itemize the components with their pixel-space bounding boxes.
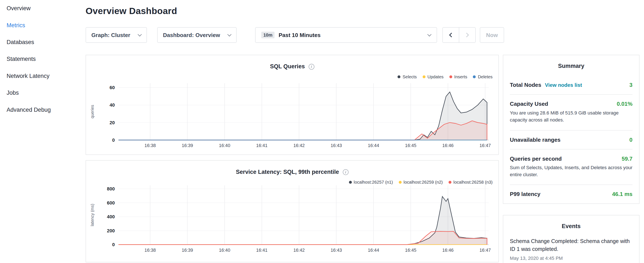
- x-tick-label: 16:42: [294, 248, 305, 253]
- y-tick-label: 60: [110, 85, 115, 90]
- summary-row: P99 latency46.1 ms: [510, 185, 632, 203]
- time-window-badge: 10m: [261, 32, 274, 38]
- info-icon[interactable]: [308, 64, 314, 70]
- time-range-dropdown[interactable]: 10m Past 10 Minutes: [255, 27, 437, 43]
- legend-label: Deletes: [478, 74, 492, 79]
- x-tick-label: 16:45: [405, 248, 416, 253]
- x-tick-label: 16:46: [442, 143, 454, 148]
- legend-dot: [398, 75, 400, 78]
- summary-rows: Total NodesView nodes list3Capacity Used…: [510, 76, 632, 203]
- summary-label: Total Nodes: [510, 82, 541, 88]
- dashboard-dropdown[interactable]: Dashboard: Overview: [157, 27, 237, 43]
- event-message: Schema Change Completed: Schema change w…: [510, 238, 632, 253]
- y-tick-label: 20: [110, 120, 115, 125]
- chart-title: Service Latency: SQL, 99th percentile: [236, 168, 339, 175]
- legend-dot: [449, 75, 452, 78]
- summary-description: You are using 28.6 MiB of 515.9 GiB usab…: [510, 110, 632, 124]
- summary-value: 0.01%: [617, 101, 632, 107]
- x-tick-label: 16:47: [480, 248, 491, 253]
- events-title: Events: [510, 215, 632, 236]
- graph-scope-label: Graph: Cluster: [92, 32, 130, 38]
- x-tick-label: 16:47: [480, 143, 491, 148]
- now-button[interactable]: Now: [480, 27, 504, 43]
- summary-value: 0: [629, 137, 632, 143]
- summary-row-header: Queries per second59.7: [510, 156, 632, 162]
- summary-description: Sum of Selects, Updates, Inserts, and De…: [510, 164, 632, 178]
- legend-label: Inserts: [454, 74, 467, 79]
- x-tick-label: 16:38: [144, 248, 156, 253]
- sidebar-item-advanced-debug[interactable]: Advanced Debug: [0, 101, 80, 118]
- y-tick-label: 0: [112, 137, 115, 143]
- service-latency-panel: Service Latency: SQL, 99th percentile lo…: [86, 160, 499, 262]
- y-tick-label: 600: [107, 200, 115, 205]
- x-tick-label: 16:40: [219, 143, 230, 148]
- info-icon[interactable]: [343, 169, 348, 175]
- summary-label: Capacity Used: [510, 101, 548, 107]
- time-range-next-button[interactable]: [459, 27, 476, 43]
- summary-row: Total NodesView nodes list3: [510, 76, 632, 95]
- legend-dot: [473, 75, 476, 78]
- sidebar-item-statements[interactable]: Statements: [0, 51, 80, 68]
- sidebar-item-databases[interactable]: Databases: [0, 34, 80, 51]
- y-tick-label: 200: [107, 228, 115, 233]
- summary-row-header: Total NodesView nodes list3: [510, 82, 632, 88]
- events-panel: Events Schema Change Completed: Schema c…: [503, 215, 640, 263]
- sidebar-item-jobs[interactable]: Jobs: [0, 85, 80, 101]
- x-tick-label: 16:42: [294, 143, 305, 148]
- x-tick-label: 16:44: [368, 248, 379, 253]
- y-tick-label: 800: [107, 186, 115, 191]
- event-item: Schema Change Completed: Schema change w…: [510, 238, 632, 261]
- summary-row: Unavailable ranges0: [510, 130, 632, 149]
- chevron-left-icon: [449, 33, 454, 38]
- summary-value: 59.7: [622, 156, 632, 162]
- summary-row-header: Capacity Used0.01%: [510, 101, 632, 107]
- chevron-down-icon: [427, 32, 432, 36]
- y-axis-label: latency (ms): [90, 204, 94, 226]
- summary-row-header: P99 latency46.1 ms: [510, 191, 632, 197]
- events-list: Schema Change Completed: Schema change w…: [510, 238, 632, 261]
- graph-scope-dropdown[interactable]: Graph: Cluster: [86, 27, 147, 43]
- now-button-label: Now: [486, 32, 498, 38]
- x-tick-label: 16:44: [368, 143, 379, 148]
- sql-queries-panel: SQL Queries SelectsUpdatesInsertsDeletes…: [86, 55, 499, 155]
- summary-row: Queries per second59.7Sum of Selects, Up…: [510, 149, 632, 185]
- chart-title-row: Service Latency: SQL, 99th percentile: [86, 168, 498, 176]
- x-tick-label: 16:41: [256, 143, 268, 148]
- x-tick-label: 16:39: [182, 248, 193, 253]
- y-tick-label: 400: [107, 214, 115, 219]
- event-timestamp: May 13, 2020 at 4:45 PM: [510, 255, 632, 260]
- summary-label: Unavailable ranges: [510, 137, 560, 143]
- legend-item[interactable]: Deletes: [473, 74, 492, 79]
- legend-item[interactable]: Selects: [398, 74, 417, 79]
- dashboard-label: Dashboard: Overview: [163, 32, 220, 38]
- x-tick-label: 16:38: [144, 143, 156, 148]
- time-range-prev-button[interactable]: [442, 27, 459, 43]
- legend-label: Selects: [403, 74, 417, 79]
- y-tick-label: 40: [110, 102, 115, 108]
- x-tick-label: 16:39: [182, 143, 193, 148]
- legend-dot: [422, 75, 426, 78]
- chart-canvas[interactable]: 16:3816:3916:4016:4116:4216:4316:4416:45…: [89, 182, 496, 257]
- y-axis-label: queries: [90, 105, 94, 118]
- legend-label: Updates: [428, 74, 444, 79]
- x-tick-label: 16:46: [442, 248, 454, 253]
- chart-title-row: SQL Queries: [86, 63, 498, 70]
- x-tick-label: 16:40: [219, 248, 230, 253]
- page-title: Overview Dashboard: [86, 6, 177, 16]
- app-root: OverviewMetricsDatabasesStatementsNetwor…: [0, 0, 644, 263]
- sidebar-item-metrics[interactable]: Metrics: [0, 17, 80, 34]
- chart-canvas[interactable]: 16:3816:3916:4016:4116:4216:4316:4416:45…: [89, 80, 496, 152]
- sidebar-item-network-latency[interactable]: Network Latency: [0, 68, 80, 84]
- sidebar-item-overview[interactable]: Overview: [0, 0, 80, 17]
- summary-row: Capacity Used0.01%You are using 28.6 MiB…: [510, 95, 632, 130]
- time-window-label: Past 10 Minutes: [278, 32, 428, 38]
- chevron-right-icon: [464, 33, 469, 38]
- chart-legend: SelectsUpdatesInsertsDeletes: [398, 74, 492, 79]
- service-latency-chart: 16:3816:3916:4016:4116:4216:4316:4416:45…: [89, 182, 496, 258]
- summary-row-header: Unavailable ranges0: [510, 137, 632, 143]
- legend-item[interactable]: Updates: [422, 74, 444, 79]
- view-nodes-list-link[interactable]: View nodes list: [545, 82, 582, 88]
- chevron-down-icon: [138, 32, 142, 36]
- x-tick-label: 16:43: [330, 248, 342, 253]
- legend-item[interactable]: Inserts: [449, 74, 467, 79]
